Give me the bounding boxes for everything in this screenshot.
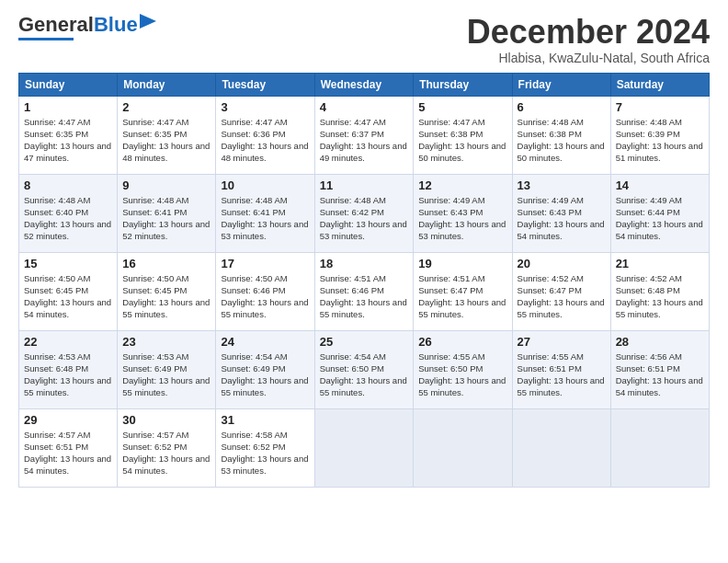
- col-saturday: Saturday: [610, 73, 709, 96]
- table-row: 27 Sunrise: 4:55 AMSunset: 6:51 PMDaylig…: [512, 330, 610, 408]
- col-friday: Friday: [512, 73, 610, 96]
- day-info: Sunrise: 4:49 AMSunset: 6:43 PMDaylight:…: [518, 195, 605, 242]
- day-number: 15: [24, 257, 112, 270]
- day-info: Sunrise: 4:48 AMSunset: 6:40 PMDaylight:…: [24, 195, 111, 242]
- calendar-week-row: 15 Sunrise: 4:50 AMSunset: 6:45 PMDaylig…: [19, 252, 710, 330]
- table-row: 24 Sunrise: 4:54 AMSunset: 6:49 PMDaylig…: [216, 330, 314, 408]
- table-row: 18 Sunrise: 4:51 AMSunset: 6:46 PMDaylig…: [314, 252, 414, 330]
- table-row: 13 Sunrise: 4:49 AMSunset: 6:43 PMDaylig…: [512, 174, 610, 252]
- title-block: December 2024 Hlabisa, KwaZulu-Natal, So…: [467, 14, 710, 65]
- table-row: 5 Sunrise: 4:47 AMSunset: 6:38 PMDayligh…: [414, 96, 512, 174]
- table-row: 9 Sunrise: 4:48 AMSunset: 6:41 PMDayligh…: [118, 174, 216, 252]
- day-info: Sunrise: 4:57 AMSunset: 6:51 PMDaylight:…: [24, 430, 111, 477]
- day-info: Sunrise: 4:55 AMSunset: 6:51 PMDaylight:…: [518, 351, 605, 398]
- day-number: 3: [221, 100, 309, 114]
- table-row: 28 Sunrise: 4:56 AMSunset: 6:51 PMDaylig…: [610, 330, 709, 408]
- calendar-table: Sunday Monday Tuesday Wednesday Thursday…: [18, 73, 710, 488]
- day-info: Sunrise: 4:48 AMSunset: 6:41 PMDaylight:…: [221, 195, 308, 242]
- calendar-week-row: 29 Sunrise: 4:57 AMSunset: 6:51 PMDaylig…: [19, 408, 710, 487]
- table-row: [414, 408, 512, 487]
- table-row: 6 Sunrise: 4:48 AMSunset: 6:38 PMDayligh…: [512, 96, 610, 174]
- day-number: 4: [320, 100, 409, 114]
- day-info: Sunrise: 4:49 AMSunset: 6:44 PMDaylight:…: [616, 195, 703, 242]
- day-info: Sunrise: 4:53 AMSunset: 6:49 PMDaylight:…: [122, 351, 210, 398]
- logo-text: GeneralBlue: [18, 14, 138, 36]
- day-number: 17: [221, 257, 309, 270]
- day-info: Sunrise: 4:50 AMSunset: 6:45 PMDaylight:…: [122, 273, 210, 320]
- day-number: 21: [616, 257, 704, 270]
- logo-underline: [18, 38, 74, 40]
- day-number: 5: [418, 100, 506, 114]
- calendar-week-row: 1 Sunrise: 4:47 AMSunset: 6:35 PMDayligh…: [19, 96, 710, 174]
- table-row: 15 Sunrise: 4:50 AMSunset: 6:45 PMDaylig…: [19, 252, 118, 330]
- table-row: 10 Sunrise: 4:48 AMSunset: 6:41 PMDaylig…: [216, 174, 314, 252]
- day-number: 20: [518, 257, 606, 270]
- day-info: Sunrise: 4:55 AMSunset: 6:50 PMDaylight:…: [418, 351, 506, 398]
- day-info: Sunrise: 4:47 AMSunset: 6:36 PMDaylight:…: [221, 117, 308, 164]
- month-title: December 2024: [467, 14, 710, 51]
- table-row: 14 Sunrise: 4:49 AMSunset: 6:44 PMDaylig…: [610, 174, 709, 252]
- table-row: 26 Sunrise: 4:55 AMSunset: 6:50 PMDaylig…: [414, 330, 512, 408]
- day-number: 11: [320, 178, 409, 192]
- calendar-week-row: 8 Sunrise: 4:48 AMSunset: 6:40 PMDayligh…: [19, 174, 710, 252]
- table-row: 2 Sunrise: 4:47 AMSunset: 6:35 PMDayligh…: [118, 96, 216, 174]
- table-row: 25 Sunrise: 4:54 AMSunset: 6:50 PMDaylig…: [314, 330, 414, 408]
- day-info: Sunrise: 4:48 AMSunset: 6:42 PMDaylight:…: [320, 195, 407, 242]
- table-row: 30 Sunrise: 4:57 AMSunset: 6:52 PMDaylig…: [118, 408, 216, 487]
- location: Hlabisa, KwaZulu-Natal, South Africa: [467, 51, 710, 65]
- day-info: Sunrise: 4:54 AMSunset: 6:49 PMDaylight:…: [221, 351, 308, 398]
- col-wednesday: Wednesday: [314, 73, 414, 96]
- col-monday: Monday: [118, 73, 216, 96]
- table-row: 8 Sunrise: 4:48 AMSunset: 6:40 PMDayligh…: [19, 174, 118, 252]
- page-container: GeneralBlue December 2024 Hlabisa, KwaZu…: [0, 0, 728, 497]
- day-info: Sunrise: 4:56 AMSunset: 6:51 PMDaylight:…: [616, 351, 703, 398]
- day-info: Sunrise: 4:48 AMSunset: 6:39 PMDaylight:…: [616, 117, 703, 164]
- day-info: Sunrise: 4:47 AMSunset: 6:35 PMDaylight:…: [24, 117, 111, 164]
- table-row: 11 Sunrise: 4:48 AMSunset: 6:42 PMDaylig…: [314, 174, 414, 252]
- day-info: Sunrise: 4:50 AMSunset: 6:46 PMDaylight:…: [221, 273, 308, 320]
- day-number: 8: [24, 178, 112, 192]
- day-number: 6: [518, 100, 606, 114]
- table-row: 4 Sunrise: 4:47 AMSunset: 6:37 PMDayligh…: [314, 96, 414, 174]
- table-row: 16 Sunrise: 4:50 AMSunset: 6:45 PMDaylig…: [118, 252, 216, 330]
- day-info: Sunrise: 4:52 AMSunset: 6:48 PMDaylight:…: [616, 273, 703, 320]
- day-info: Sunrise: 4:47 AMSunset: 6:38 PMDaylight:…: [418, 117, 506, 164]
- day-number: 9: [122, 178, 210, 192]
- table-row: 31 Sunrise: 4:58 AMSunset: 6:52 PMDaylig…: [216, 408, 314, 487]
- day-number: 1: [24, 100, 112, 114]
- day-info: Sunrise: 4:48 AMSunset: 6:38 PMDaylight:…: [518, 117, 605, 164]
- col-tuesday: Tuesday: [216, 73, 314, 96]
- table-row: 23 Sunrise: 4:53 AMSunset: 6:49 PMDaylig…: [118, 330, 216, 408]
- logo: GeneralBlue: [18, 14, 156, 40]
- day-info: Sunrise: 4:50 AMSunset: 6:45 PMDaylight:…: [24, 273, 111, 320]
- table-row: [314, 408, 414, 487]
- table-row: 29 Sunrise: 4:57 AMSunset: 6:51 PMDaylig…: [19, 408, 118, 487]
- day-number: 19: [418, 257, 506, 270]
- day-number: 10: [221, 178, 309, 192]
- day-number: 2: [122, 100, 210, 114]
- table-row: 7 Sunrise: 4:48 AMSunset: 6:39 PMDayligh…: [610, 96, 709, 174]
- day-info: Sunrise: 4:49 AMSunset: 6:43 PMDaylight:…: [418, 195, 506, 242]
- day-number: 28: [616, 335, 704, 349]
- day-number: 13: [518, 178, 606, 192]
- table-row: 21 Sunrise: 4:52 AMSunset: 6:48 PMDaylig…: [610, 252, 709, 330]
- table-row: [512, 408, 610, 487]
- day-info: Sunrise: 4:53 AMSunset: 6:48 PMDaylight:…: [24, 351, 111, 398]
- day-number: 27: [518, 335, 606, 349]
- day-number: 30: [122, 413, 210, 427]
- day-number: 12: [418, 178, 506, 192]
- day-number: 29: [24, 413, 112, 427]
- day-info: Sunrise: 4:48 AMSunset: 6:41 PMDaylight:…: [122, 195, 210, 242]
- day-info: Sunrise: 4:51 AMSunset: 6:47 PMDaylight:…: [418, 273, 506, 320]
- day-info: Sunrise: 4:52 AMSunset: 6:47 PMDaylight:…: [518, 273, 605, 320]
- logo-arrow-icon: [140, 14, 156, 29]
- calendar-header-row: Sunday Monday Tuesday Wednesday Thursday…: [19, 73, 710, 96]
- day-number: 7: [616, 100, 704, 114]
- day-number: 26: [418, 335, 506, 349]
- day-number: 23: [122, 335, 210, 349]
- calendar-week-row: 22 Sunrise: 4:53 AMSunset: 6:48 PMDaylig…: [19, 330, 710, 408]
- day-number: 25: [320, 335, 409, 349]
- page-header: GeneralBlue December 2024 Hlabisa, KwaZu…: [18, 14, 710, 65]
- table-row: [610, 408, 709, 487]
- day-number: 16: [122, 257, 210, 270]
